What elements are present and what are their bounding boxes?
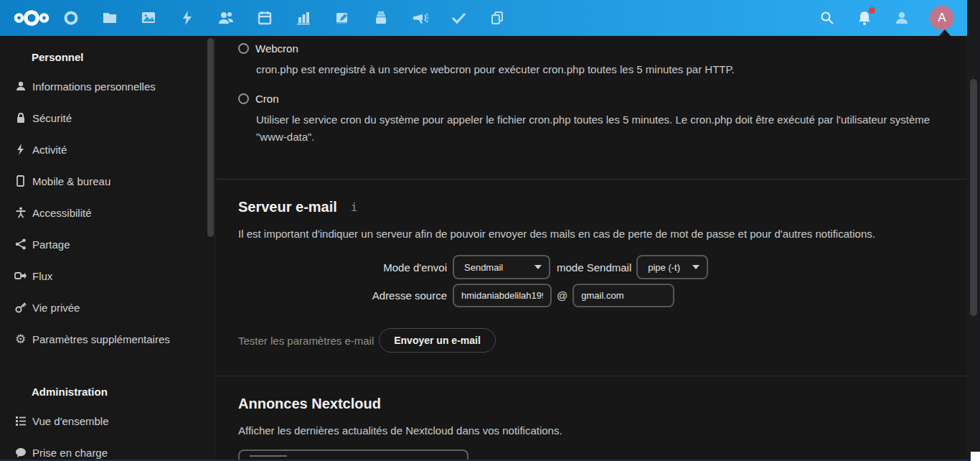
sidebar-item-label: Flux <box>32 270 52 282</box>
files-icon[interactable] <box>90 0 129 36</box>
sidebar-item-accessibilite[interactable]: Accessibilité <box>0 197 215 228</box>
analytics-icon[interactable] <box>284 0 323 36</box>
source-address-label: Adresse source <box>238 289 453 302</box>
send-mode-value: Sendmail <box>464 262 503 273</box>
test-email-label: Tester les paramètres e-mail <box>238 335 374 347</box>
sidebar-item-label: Prise en charge <box>32 447 108 459</box>
search-icon[interactable] <box>818 9 837 27</box>
sidebar-item-label: Vue d'ensemble <box>32 415 109 427</box>
accessibility-icon <box>14 207 27 219</box>
nextcloud-logo[interactable] <box>11 9 52 27</box>
webcron-radio[interactable] <box>238 43 249 54</box>
send-mode-row: Mode d'envoi Sendmail mode Sendmail pipe… <box>238 255 954 279</box>
top-header: A <box>0 0 967 36</box>
send-mode-label: Mode d'envoi <box>238 261 453 274</box>
share-icon <box>14 238 27 251</box>
header-right-actions: A <box>818 0 954 36</box>
page-scrollbar-thumb[interactable] <box>970 79 977 316</box>
webcron-option[interactable]: Webcron <box>238 42 954 55</box>
deck-icon[interactable] <box>362 0 400 36</box>
sidebar-item-mobile-bureau[interactable]: Mobile & bureau <box>0 165 215 197</box>
sidebar-item-parametres-supplementaires[interactable]: ⚙ Paramètres supplémentaires <box>0 323 215 355</box>
announcements-title-text: Annonces Nextcloud <box>238 396 381 412</box>
announcements-title: Annonces Nextcloud <box>238 396 954 412</box>
sidebar-item-label: Partage <box>32 238 70 251</box>
chat-icon <box>14 447 27 459</box>
sidebar-item-label: Informations personnelles <box>32 80 156 93</box>
cron-option[interactable]: Cron <box>238 93 954 105</box>
test-email-row: Tester les paramètres e-mail Envoyer un … <box>238 328 954 353</box>
sidebar-header-admin: Administration <box>0 371 215 405</box>
section-divider <box>216 179 967 180</box>
sidebar-item-label: Vie privée <box>32 302 80 314</box>
sendmail-mode-select[interactable]: pipe (-t) <box>636 255 708 279</box>
sidebar-item-flux[interactable]: Flux <box>0 260 215 292</box>
bottom-right-corner-box <box>971 452 980 461</box>
sidebar-item-securite[interactable]: Sécurité <box>0 102 215 134</box>
templates-icon[interactable] <box>478 0 517 36</box>
section-divider <box>216 376 967 376</box>
circle-app-icon[interactable] <box>52 0 90 36</box>
sidebar-scrollbar[interactable] <box>207 38 214 237</box>
webcron-description: cron.php est enregistré à un service web… <box>256 61 945 78</box>
info-icon[interactable]: i <box>351 200 358 214</box>
announcements-icon[interactable] <box>400 0 439 36</box>
notes-icon[interactable] <box>323 0 362 36</box>
sidebar-item-label: Sécurité <box>32 112 72 124</box>
sidebar-item-label: Mobile & bureau <box>32 175 110 187</box>
settings-main-content: Webcron cron.php est enregistré à un ser… <box>216 36 967 461</box>
email-server-title-text: Serveur e-mail <box>238 199 337 215</box>
announcements-description: Afficher les dernières actualités de Nex… <box>238 424 954 437</box>
cron-description: Utiliser le service cron du système pour… <box>256 111 945 146</box>
sidebar-item-activite[interactable]: Activité <box>0 134 215 165</box>
sidebar-item-label: Accessibilité <box>32 207 92 219</box>
gear-icon: ⚙ <box>14 333 27 345</box>
sidebar-item-label: Activité <box>32 144 67 156</box>
sidebar-item-partage[interactable]: Partage <box>0 228 215 260</box>
notification-dot <box>869 7 875 14</box>
bell-icon[interactable] <box>855 9 874 27</box>
sendmail-mode-label: mode Sendmail <box>557 261 631 274</box>
sendmail-mode-value: pipe (-t) <box>648 262 680 273</box>
announcements-options-partial-element <box>250 455 287 457</box>
feed-icon <box>14 270 27 282</box>
lock-icon <box>14 112 27 124</box>
sidebar-item-prise-en-charge[interactable]: Prise en charge <box>0 437 215 461</box>
avatar[interactable]: A <box>930 6 954 30</box>
source-address-domain-input[interactable] <box>573 284 674 307</box>
cron-label: Cron <box>255 93 279 105</box>
contacts-icon[interactable] <box>207 0 245 36</box>
source-address-local-input[interactable] <box>453 284 552 307</box>
tasks-icon[interactable] <box>439 0 478 36</box>
app-bar <box>52 0 517 36</box>
sidebar-header-personal: Personnel <box>0 36 215 70</box>
send-test-email-button[interactable]: Envoyer un e-mail <box>379 328 496 353</box>
key-icon <box>14 302 27 314</box>
cron-radio[interactable] <box>238 93 249 104</box>
settings-sidebar: Personnel Informations personnelles Sécu… <box>0 36 215 461</box>
contacts-menu-icon[interactable] <box>892 9 911 27</box>
user-icon <box>14 80 27 93</box>
chevron-down-icon <box>692 265 699 269</box>
activity-icon[interactable] <box>168 0 207 36</box>
email-server-title: Serveur e-mail i <box>238 199 954 215</box>
sidebar-item-label: Paramètres supplémentaires <box>32 333 170 345</box>
chevron-down-icon <box>534 265 542 269</box>
sidebar-item-vie-privee[interactable]: Vie privée <box>0 292 215 323</box>
avatar-menu-caret <box>939 29 951 36</box>
phone-icon <box>14 175 27 187</box>
send-mode-select[interactable]: Sendmail <box>453 255 550 279</box>
at-sign: @ <box>557 289 567 302</box>
page-scrollbar-track[interactable] <box>967 0 980 461</box>
photos-icon[interactable] <box>129 0 168 36</box>
source-address-row: Adresse source @ <box>238 284 954 307</box>
overview-icon <box>14 415 27 427</box>
email-server-description: Il est important d'indiquer un serveur a… <box>238 228 954 240</box>
calendar-icon[interactable] <box>245 0 284 36</box>
lightning-icon <box>14 144 27 156</box>
sidebar-item-informations-personnelles[interactable]: Informations personnelles <box>0 70 215 102</box>
webcron-label: Webcron <box>255 42 298 55</box>
sidebar-item-vue-densemble[interactable]: Vue d'ensemble <box>0 405 215 437</box>
